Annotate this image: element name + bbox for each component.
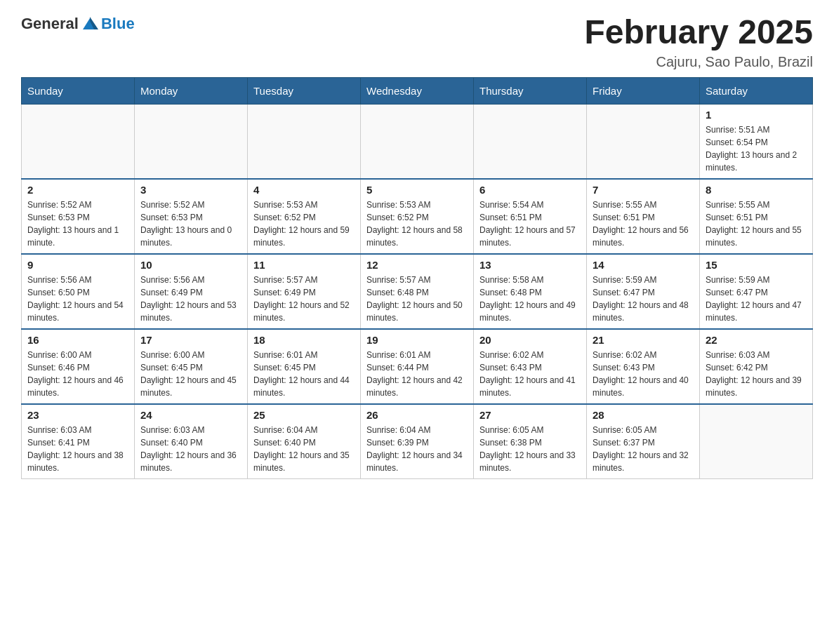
day-info: Sunrise: 6:03 AM Sunset: 6:40 PM Dayligh… bbox=[140, 424, 241, 474]
calendar-day: 8Sunrise: 5:55 AM Sunset: 6:51 PM Daylig… bbox=[700, 179, 813, 254]
calendar-day bbox=[700, 404, 813, 479]
day-number: 1 bbox=[706, 109, 807, 121]
calendar-day bbox=[474, 104, 587, 179]
calendar-week-2: 2Sunrise: 5:52 AM Sunset: 6:53 PM Daylig… bbox=[22, 179, 813, 254]
calendar-header-saturday: Saturday bbox=[700, 77, 813, 104]
calendar-day bbox=[587, 104, 700, 179]
calendar-week-1: 1Sunrise: 5:51 AM Sunset: 6:54 PM Daylig… bbox=[22, 104, 813, 179]
logo-text-general: General bbox=[21, 15, 79, 33]
day-number: 12 bbox=[366, 259, 468, 271]
day-info: Sunrise: 5:57 AM Sunset: 6:48 PM Dayligh… bbox=[366, 274, 468, 324]
day-info: Sunrise: 5:57 AM Sunset: 6:49 PM Dayligh… bbox=[253, 274, 355, 324]
day-info: Sunrise: 6:03 AM Sunset: 6:41 PM Dayligh… bbox=[27, 424, 128, 474]
calendar-week-4: 16Sunrise: 6:00 AM Sunset: 6:46 PM Dayli… bbox=[22, 329, 813, 404]
calendar-day: 23Sunrise: 6:03 AM Sunset: 6:41 PM Dayli… bbox=[22, 404, 135, 479]
calendar-header-monday: Monday bbox=[135, 77, 248, 104]
day-number: 26 bbox=[366, 409, 468, 421]
calendar-day: 7Sunrise: 5:55 AM Sunset: 6:51 PM Daylig… bbox=[587, 179, 700, 254]
calendar-day: 5Sunrise: 5:53 AM Sunset: 6:52 PM Daylig… bbox=[361, 179, 474, 254]
day-number: 23 bbox=[27, 409, 128, 421]
calendar-day: 12Sunrise: 5:57 AM Sunset: 6:48 PM Dayli… bbox=[361, 254, 474, 329]
location: Cajuru, Sao Paulo, Brazil bbox=[584, 54, 813, 70]
calendar-header-wednesday: Wednesday bbox=[361, 77, 474, 104]
day-info: Sunrise: 6:03 AM Sunset: 6:42 PM Dayligh… bbox=[706, 349, 807, 399]
calendar-day: 11Sunrise: 5:57 AM Sunset: 6:49 PM Dayli… bbox=[248, 254, 361, 329]
calendar-day: 14Sunrise: 5:59 AM Sunset: 6:47 PM Dayli… bbox=[587, 254, 700, 329]
day-number: 17 bbox=[140, 334, 241, 346]
day-number: 5 bbox=[366, 184, 468, 196]
calendar-day: 17Sunrise: 6:00 AM Sunset: 6:45 PM Dayli… bbox=[135, 329, 248, 404]
calendar-week-3: 9Sunrise: 5:56 AM Sunset: 6:50 PM Daylig… bbox=[22, 254, 813, 329]
day-number: 25 bbox=[253, 409, 355, 421]
calendar-day: 18Sunrise: 6:01 AM Sunset: 6:45 PM Dayli… bbox=[248, 329, 361, 404]
calendar-day: 28Sunrise: 6:05 AM Sunset: 6:37 PM Dayli… bbox=[587, 404, 700, 479]
calendar-header-tuesday: Tuesday bbox=[248, 77, 361, 104]
day-info: Sunrise: 5:52 AM Sunset: 6:53 PM Dayligh… bbox=[140, 199, 241, 249]
day-info: Sunrise: 6:02 AM Sunset: 6:43 PM Dayligh… bbox=[479, 349, 581, 399]
calendar-week-5: 23Sunrise: 6:03 AM Sunset: 6:41 PM Dayli… bbox=[22, 404, 813, 479]
logo-text-blue: Blue bbox=[101, 15, 135, 33]
day-number: 7 bbox=[593, 184, 694, 196]
day-number: 28 bbox=[593, 409, 694, 421]
day-number: 2 bbox=[27, 184, 128, 196]
day-info: Sunrise: 6:00 AM Sunset: 6:45 PM Dayligh… bbox=[140, 349, 241, 399]
calendar-header-friday: Friday bbox=[587, 77, 700, 104]
calendar-day: 9Sunrise: 5:56 AM Sunset: 6:50 PM Daylig… bbox=[22, 254, 135, 329]
calendar-day: 24Sunrise: 6:03 AM Sunset: 6:40 PM Dayli… bbox=[135, 404, 248, 479]
day-info: Sunrise: 6:02 AM Sunset: 6:43 PM Dayligh… bbox=[593, 349, 694, 399]
calendar-day: 4Sunrise: 5:53 AM Sunset: 6:52 PM Daylig… bbox=[248, 179, 361, 254]
calendar-day bbox=[135, 104, 248, 179]
day-number: 27 bbox=[479, 409, 581, 421]
calendar-day: 3Sunrise: 5:52 AM Sunset: 6:53 PM Daylig… bbox=[135, 179, 248, 254]
day-info: Sunrise: 6:01 AM Sunset: 6:44 PM Dayligh… bbox=[366, 349, 468, 399]
day-number: 22 bbox=[706, 334, 807, 346]
calendar-day: 10Sunrise: 5:56 AM Sunset: 6:49 PM Dayli… bbox=[135, 254, 248, 329]
logo: General Blue bbox=[21, 14, 135, 34]
calendar-header-thursday: Thursday bbox=[474, 77, 587, 104]
day-number: 8 bbox=[706, 184, 807, 196]
calendar-day: 27Sunrise: 6:05 AM Sunset: 6:38 PM Dayli… bbox=[474, 404, 587, 479]
calendar-header-sunday: Sunday bbox=[22, 77, 135, 104]
day-number: 19 bbox=[366, 334, 468, 346]
calendar-day: 21Sunrise: 6:02 AM Sunset: 6:43 PM Dayli… bbox=[587, 329, 700, 404]
calendar-header-row: SundayMondayTuesdayWednesdayThursdayFrid… bbox=[22, 77, 813, 104]
day-info: Sunrise: 6:01 AM Sunset: 6:45 PM Dayligh… bbox=[253, 349, 355, 399]
day-number: 20 bbox=[479, 334, 581, 346]
day-info: Sunrise: 5:53 AM Sunset: 6:52 PM Dayligh… bbox=[366, 199, 468, 249]
day-info: Sunrise: 6:04 AM Sunset: 6:39 PM Dayligh… bbox=[366, 424, 468, 474]
day-number: 13 bbox=[479, 259, 581, 271]
calendar-day: 6Sunrise: 5:54 AM Sunset: 6:51 PM Daylig… bbox=[474, 179, 587, 254]
day-info: Sunrise: 6:00 AM Sunset: 6:46 PM Dayligh… bbox=[27, 349, 128, 399]
month-title: February 2025 bbox=[584, 14, 813, 51]
calendar-day: 22Sunrise: 6:03 AM Sunset: 6:42 PM Dayli… bbox=[700, 329, 813, 404]
day-number: 24 bbox=[140, 409, 241, 421]
day-info: Sunrise: 5:56 AM Sunset: 6:50 PM Dayligh… bbox=[27, 274, 128, 324]
calendar-day: 16Sunrise: 6:00 AM Sunset: 6:46 PM Dayli… bbox=[22, 329, 135, 404]
day-number: 9 bbox=[27, 259, 128, 271]
day-number: 3 bbox=[140, 184, 241, 196]
day-number: 4 bbox=[253, 184, 355, 196]
day-number: 14 bbox=[593, 259, 694, 271]
day-number: 11 bbox=[253, 259, 355, 271]
day-number: 6 bbox=[479, 184, 581, 196]
calendar: SundayMondayTuesdayWednesdayThursdayFrid… bbox=[21, 77, 813, 479]
logo-icon bbox=[80, 14, 100, 34]
day-number: 15 bbox=[706, 259, 807, 271]
title-section: February 2025 Cajuru, Sao Paulo, Brazil bbox=[584, 14, 813, 70]
calendar-day: 20Sunrise: 6:02 AM Sunset: 6:43 PM Dayli… bbox=[474, 329, 587, 404]
day-info: Sunrise: 5:58 AM Sunset: 6:48 PM Dayligh… bbox=[479, 274, 581, 324]
calendar-day: 15Sunrise: 5:59 AM Sunset: 6:47 PM Dayli… bbox=[700, 254, 813, 329]
day-info: Sunrise: 5:53 AM Sunset: 6:52 PM Dayligh… bbox=[253, 199, 355, 249]
day-info: Sunrise: 5:59 AM Sunset: 6:47 PM Dayligh… bbox=[706, 274, 807, 324]
calendar-day bbox=[22, 104, 135, 179]
day-info: Sunrise: 5:54 AM Sunset: 6:51 PM Dayligh… bbox=[479, 199, 581, 249]
day-info: Sunrise: 5:55 AM Sunset: 6:51 PM Dayligh… bbox=[706, 199, 807, 249]
day-info: Sunrise: 6:04 AM Sunset: 6:40 PM Dayligh… bbox=[253, 424, 355, 474]
day-info: Sunrise: 5:51 AM Sunset: 6:54 PM Dayligh… bbox=[706, 123, 807, 174]
day-number: 16 bbox=[27, 334, 128, 346]
day-info: Sunrise: 5:59 AM Sunset: 6:47 PM Dayligh… bbox=[593, 274, 694, 324]
day-info: Sunrise: 6:05 AM Sunset: 6:37 PM Dayligh… bbox=[593, 424, 694, 474]
calendar-day bbox=[361, 104, 474, 179]
calendar-day: 13Sunrise: 5:58 AM Sunset: 6:48 PM Dayli… bbox=[474, 254, 587, 329]
day-number: 18 bbox=[253, 334, 355, 346]
